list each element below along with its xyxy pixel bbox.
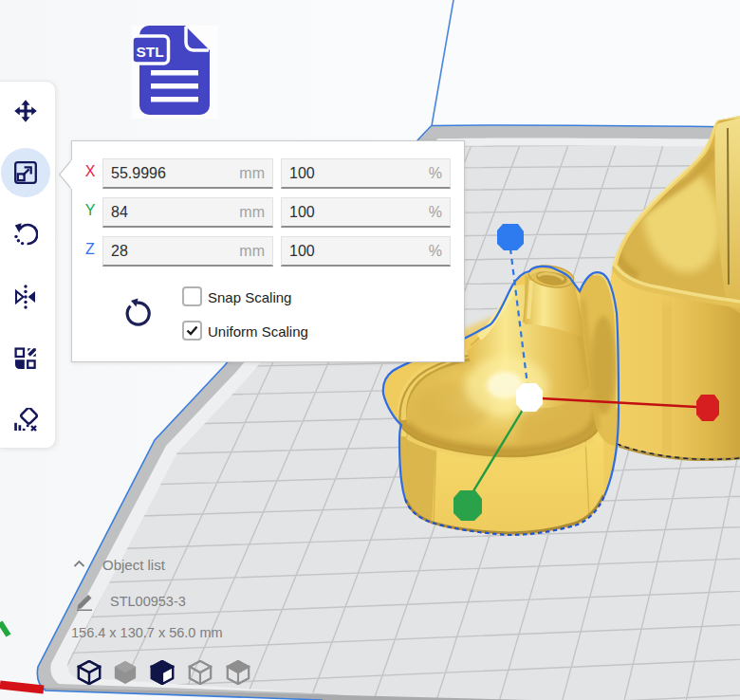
- svg-text:STL: STL: [137, 44, 164, 60]
